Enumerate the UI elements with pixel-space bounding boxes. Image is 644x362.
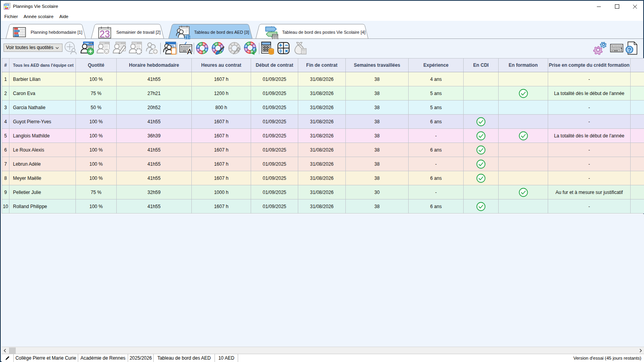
svg-text:?: ?: [627, 47, 631, 53]
svg-text:23: 23: [99, 29, 110, 38]
svg-text:A: A: [187, 48, 192, 55]
